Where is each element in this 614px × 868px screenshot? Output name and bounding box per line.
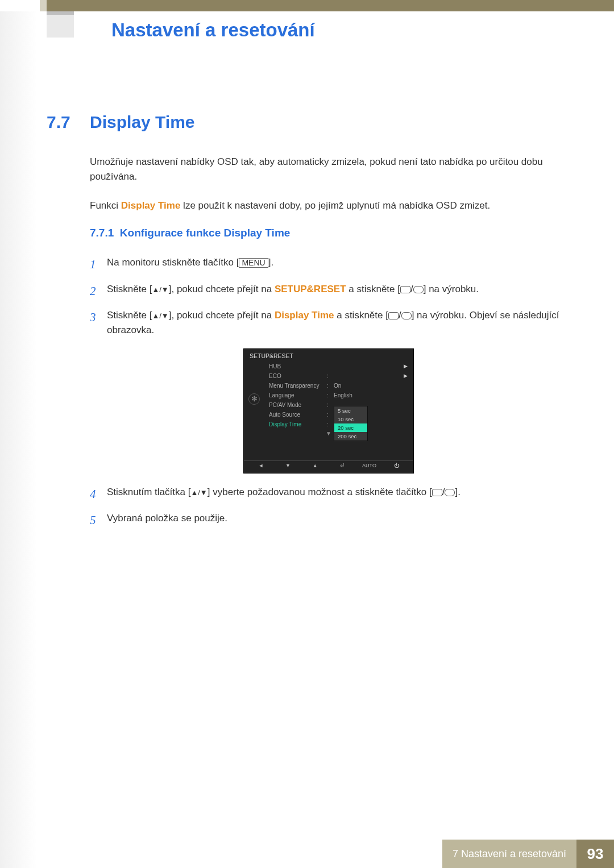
osd-label: ECO: [269, 373, 327, 379]
osd-colon: :: [327, 412, 334, 418]
nav-down-icon: ▼: [275, 463, 302, 468]
s1-post: ].: [268, 257, 273, 268]
section-heading: 7.7 Display Time: [47, 113, 567, 132]
step-1-text: Na monitoru stiskněte tlačítko [MENU].: [107, 255, 567, 274]
chevron-right-icon: ▶: [404, 373, 408, 379]
s3-pre: Stiskněte [: [107, 310, 152, 321]
osd-option-selected: 20 sec: [334, 423, 367, 432]
step-number: 4: [90, 485, 107, 504]
osd-screenshot: SETUP&RESET ✻ HUB ▶ ECO : ▶ Menu Transpa…: [90, 348, 567, 474]
osd-option: 200 sec: [334, 432, 367, 441]
osd-colon: :: [327, 402, 334, 408]
step-2-text: Stiskněte [▲/▼], pokud chcete přejít na …: [107, 282, 567, 301]
up-down-icon: ▲/▼: [152, 312, 168, 320]
osd-row-auto-source: Auto Source :: [244, 410, 413, 420]
osd-header: SETUP&RESET: [244, 349, 413, 362]
page-left-shadow: [0, 11, 36, 868]
s2-mid: ], pokud chcete přejít na: [169, 284, 275, 294]
gear-icon: ✻: [248, 393, 260, 405]
osd-value: English: [334, 392, 352, 398]
osd-panel: SETUP&RESET ✻ HUB ▶ ECO : ▶ Menu Transpa…: [243, 348, 414, 474]
section-title: Display Time: [90, 113, 195, 132]
step-5: 5 Vybraná položka se použije.: [90, 511, 567, 530]
intro-paragraph-2: Funkci Display Time lze použít k nastave…: [90, 198, 567, 213]
osd-label: Display Time: [269, 421, 327, 427]
osd-row-language: Language : English: [244, 391, 413, 400]
up-down-icon: ▲/▼: [190, 488, 207, 497]
enter-button-icon: [445, 489, 455, 496]
chevron-down-icon: ▼: [244, 429, 413, 438]
up-down-icon: ▲/▼: [152, 285, 168, 294]
osd-colon: :: [327, 392, 334, 398]
s4-pre: Stisknutím tlačítka [: [107, 487, 190, 497]
display-time-keyword: Display Time: [121, 200, 181, 211]
nav-left-icon: ◄: [247, 463, 275, 468]
s2-aft: a stiskněte [: [346, 284, 400, 294]
intro2-post: lze použít k nastavení doby, po jejímž u…: [180, 200, 490, 211]
chapter-title: Nastavení a resetování: [111, 19, 315, 41]
auto-label: AUTO: [356, 463, 383, 468]
enter-icon: ⏎: [329, 463, 356, 468]
page-content: 7.7 Display Time Umožňuje nastavení nabí…: [47, 113, 567, 538]
step-3: 3 Stiskněte [▲/▼], pokud chcete přejít n…: [90, 308, 567, 338]
header-tab-icon: [47, 11, 74, 38]
step-5-text: Vybraná položka se použije.: [107, 511, 567, 530]
section-number: 7.7: [47, 113, 90, 132]
step-number: 2: [90, 282, 107, 301]
footer-chapter-label: 7 Nastavení a resetování: [442, 840, 576, 868]
menu-button-label: MENU: [239, 258, 268, 268]
osd-colon: :: [327, 373, 334, 379]
step-1: 1 Na monitoru stiskněte tlačítko [MENU].: [90, 255, 567, 274]
step-number: 1: [90, 255, 107, 274]
osd-footer: ◄ ▼ ▲ ⏎ AUTO ⏻: [244, 460, 413, 471]
osd-colon: :: [327, 383, 334, 389]
osd-dropdown: 5 sec 10 sec 20 sec 200 sec: [334, 406, 368, 441]
page-footer: 7 Nastavení a resetování 93: [442, 840, 614, 868]
s2-post: ] na výrobku.: [424, 284, 479, 294]
s2-pre: Stiskněte [: [107, 284, 152, 294]
s3-aft: a stiskněte [: [334, 310, 388, 321]
rect-button-icon: [432, 489, 442, 496]
osd-value: On: [334, 383, 341, 389]
rect-button-icon: [388, 312, 399, 319]
osd-row-hub: HUB ▶: [244, 362, 413, 371]
intro-paragraph-1: Umožňuje nastavení nabídky OSD tak, aby …: [90, 155, 567, 185]
enter-button-icon: [401, 312, 412, 319]
step-3-text: Stiskněte [▲/▼], pokud chcete přejít na …: [107, 308, 567, 338]
rect-button-icon: [400, 286, 410, 293]
osd-row-pcav: PC/AV Mode :: [244, 400, 413, 410]
step-4-text: Stisknutím tlačítka [▲/▼] vyberte požado…: [107, 485, 567, 504]
power-icon: ⏻: [383, 463, 410, 468]
s4-post: ].: [455, 487, 460, 497]
footer-page-number: 93: [576, 840, 614, 868]
osd-label: HUB: [269, 363, 327, 369]
osd-label: Menu Transparency: [269, 383, 327, 389]
intro2-pre: Funkci: [90, 200, 121, 211]
osd-row-menu-transparency: Menu Transparency : On: [244, 381, 413, 391]
subsection-heading: 7.7.1 Konfigurace funkce Display Time: [90, 227, 567, 239]
osd-row-eco: ECO : ▶: [244, 371, 413, 381]
subsection-number: 7.7.1: [90, 227, 114, 239]
s1-pre: Na monitoru stiskněte tlačítko [: [107, 257, 239, 268]
step-list: 1 Na monitoru stiskněte tlačítko [MENU].…: [90, 255, 567, 530]
osd-label: Auto Source: [269, 412, 327, 418]
header-bar: [47, 0, 614, 11]
s4-mid: ] vyberte požadovanou možnost a stisknět…: [208, 487, 432, 497]
chevron-right-icon: ▶: [404, 363, 408, 369]
display-time-keyword: Display Time: [275, 310, 334, 321]
enter-button-icon: [413, 286, 424, 293]
osd-label: Language: [269, 392, 327, 398]
s3-mid: ], pokud chcete přejít na: [169, 310, 275, 321]
osd-option: 10 sec: [334, 415, 367, 423]
osd-option: 5 sec: [334, 406, 367, 415]
step-number: 5: [90, 511, 107, 530]
step-2: 2 Stiskněte [▲/▼], pokud chcete přejít n…: [90, 282, 567, 301]
osd-row-display-time: Display Time :: [244, 420, 413, 429]
subsection-title: Konfigurace funkce Display Time: [120, 227, 291, 239]
step-4: 4 Stisknutím tlačítka [▲/▼] vyberte poža…: [90, 485, 567, 504]
nav-up-icon: ▲: [301, 463, 329, 468]
setup-reset-keyword: SETUP&RESET: [275, 284, 346, 294]
step-number: 3: [90, 308, 107, 338]
osd-colon: :: [327, 421, 334, 427]
osd-label: PC/AV Mode: [269, 402, 327, 408]
